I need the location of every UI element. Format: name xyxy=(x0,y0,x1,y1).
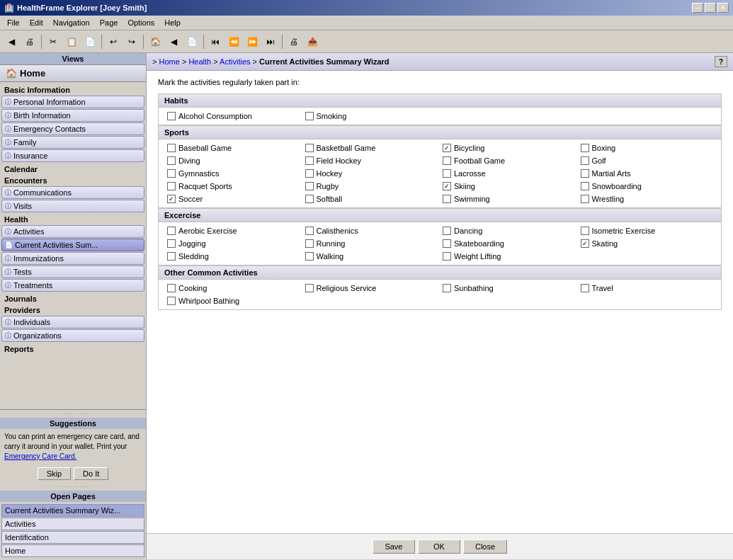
sidebar-item-personal-info[interactable]: ⓘ Personal Information xyxy=(1,96,144,108)
menu-options[interactable]: Options xyxy=(123,17,159,28)
checkbox-diving[interactable] xyxy=(167,156,176,165)
sidebar-item-individuals[interactable]: ⓘ Individuals xyxy=(1,316,144,328)
checkbox-skateboarding[interactable] xyxy=(443,239,451,248)
activity-travel: Travel xyxy=(578,282,716,294)
help-button[interactable]: ? xyxy=(715,56,727,67)
menu-file[interactable]: File xyxy=(3,17,24,28)
sidebar-item-immunizations[interactable]: ⓘ Immunizations xyxy=(1,252,144,265)
checkbox-skating[interactable] xyxy=(581,239,589,248)
checkbox-walking[interactable] xyxy=(305,252,314,261)
checkbox-lacrosse[interactable] xyxy=(443,169,451,178)
do-it-button[interactable]: Do It xyxy=(74,467,108,480)
breadcrumb-health[interactable]: Health xyxy=(188,57,211,66)
toolbar-next[interactable]: ⏩ xyxy=(244,33,261,50)
checkbox-wrestling[interactable] xyxy=(581,195,589,203)
checkbox-cooking[interactable] xyxy=(167,284,176,292)
checkbox-jogging[interactable] xyxy=(167,239,176,248)
label-snowboarding: Snowboarding xyxy=(592,182,642,190)
toolbar-first[interactable]: ⏮ xyxy=(207,33,224,50)
sidebar-item-organizations[interactable]: ⓘ Organizations xyxy=(1,329,144,342)
save-button[interactable]: Save xyxy=(373,539,415,554)
sidebar-item-communications[interactable]: ⓘ Communications xyxy=(1,186,144,199)
checkbox-golf[interactable] xyxy=(581,156,589,165)
home-header[interactable]: 🏠 Home xyxy=(0,65,146,82)
toolbar-page[interactable]: 📄 xyxy=(183,33,200,50)
checkbox-aerobic[interactable] xyxy=(167,227,176,235)
checkbox-rugby[interactable] xyxy=(305,182,314,190)
toolbar-cut[interactable]: ✂ xyxy=(45,33,62,50)
checkbox-alcohol[interactable] xyxy=(167,112,176,120)
sidebar-item-family[interactable]: ⓘ Family xyxy=(1,136,144,149)
checkbox-travel[interactable] xyxy=(581,284,589,292)
checkbox-sledding[interactable] xyxy=(167,252,176,261)
sidebar-item-insurance[interactable]: ⓘ Insurance xyxy=(1,149,144,162)
activity-fieldhockey: Field Hockey xyxy=(302,155,441,166)
toolbar-copy[interactable]: 📋 xyxy=(63,33,80,50)
sidebar-item-tests[interactable]: ⓘ Tests xyxy=(1,265,144,278)
toolbar-export[interactable]: 📤 xyxy=(304,33,321,50)
sidebar-item-treatments[interactable]: ⓘ Treatments xyxy=(1,279,144,292)
toolbar-undo[interactable]: ↩ xyxy=(105,33,122,50)
open-page-activities[interactable]: Activities xyxy=(1,518,144,530)
toolbar-redo[interactable]: ↪ xyxy=(123,33,140,50)
ok-button[interactable]: OK xyxy=(418,539,460,554)
checkbox-weightlifting[interactable] xyxy=(443,252,451,261)
open-page-current-activities[interactable]: Current Activities Summary Wiz... xyxy=(1,504,144,517)
checkbox-dancing[interactable] xyxy=(443,227,451,235)
checkbox-football[interactable] xyxy=(443,156,451,165)
toolbar-prev[interactable]: ⏪ xyxy=(225,33,242,50)
checkbox-whirlpool[interactable] xyxy=(167,297,176,305)
toolbar-print2[interactable]: 🖨 xyxy=(285,33,302,50)
toolbar-print[interactable]: 🖨 xyxy=(21,33,38,50)
sidebar-item-emergency[interactable]: ⓘ Emergency Contacts xyxy=(1,122,144,135)
checkbox-religious[interactable] xyxy=(305,284,314,292)
checkbox-fieldhockey[interactable] xyxy=(305,156,314,165)
toolbar-home[interactable]: 🏠 xyxy=(147,33,164,50)
open-page-identification[interactable]: Identification xyxy=(1,531,144,544)
activity-isometric: Isometric Exercise xyxy=(578,225,716,236)
checkbox-smoking[interactable] xyxy=(305,112,314,120)
checkbox-racquet[interactable] xyxy=(167,182,176,190)
label-alcohol: Alcohol Consumption xyxy=(178,112,252,120)
skip-button[interactable]: Skip xyxy=(38,467,71,480)
toolbar-paste[interactable]: 📄 xyxy=(81,33,98,50)
sidebar-item-current-activities[interactable]: 📄 Current Activities Sum... xyxy=(1,239,144,251)
checkbox-isometric[interactable] xyxy=(581,227,589,235)
sidebar-item-birth-info[interactable]: ⓘ Birth Information xyxy=(1,109,144,122)
emergency-card-link[interactable]: Emergency Care Card. xyxy=(4,452,76,460)
checkbox-martialarts[interactable] xyxy=(581,169,589,178)
close-button[interactable]: Close xyxy=(463,539,507,554)
checkbox-skiing[interactable] xyxy=(443,182,451,190)
checkbox-bicycling[interactable] xyxy=(443,144,451,152)
menu-edit[interactable]: Edit xyxy=(25,17,47,28)
checkbox-swimming[interactable] xyxy=(443,195,451,203)
toolbar-separator-4 xyxy=(203,35,204,49)
breadcrumb-home[interactable]: Home xyxy=(159,57,179,66)
checkbox-soccer[interactable] xyxy=(167,195,176,203)
toolbar-last[interactable]: ⏭ xyxy=(262,33,279,50)
label-travel: Travel xyxy=(592,284,613,292)
content-main: Mark the activities regularly taken part… xyxy=(147,71,733,533)
checkbox-softball[interactable] xyxy=(305,195,314,203)
minimize-button[interactable]: ─ xyxy=(692,3,703,13)
sidebar-item-activities[interactable]: ⓘ Activities xyxy=(1,225,144,238)
menu-page[interactable]: Page xyxy=(96,17,123,28)
menu-navigation[interactable]: Navigation xyxy=(49,17,94,28)
checkbox-hockey[interactable] xyxy=(305,169,314,178)
checkbox-baseball[interactable] xyxy=(167,144,176,152)
checkbox-running[interactable] xyxy=(305,239,314,248)
toolbar-nav-back[interactable]: ◀ xyxy=(165,33,182,50)
checkbox-basketball[interactable] xyxy=(305,144,314,152)
close-button-titlebar[interactable]: ✕ xyxy=(717,3,729,13)
toolbar-back[interactable]: ◀ xyxy=(3,33,20,50)
maximize-button[interactable]: □ xyxy=(705,3,716,13)
checkbox-calisthenics[interactable] xyxy=(305,227,314,235)
open-page-home[interactable]: Home xyxy=(1,544,144,557)
checkbox-gymnastics[interactable] xyxy=(167,169,176,178)
checkbox-boxing[interactable] xyxy=(581,144,589,152)
checkbox-snowboarding[interactable] xyxy=(581,182,589,190)
checkbox-sunbathing[interactable] xyxy=(443,284,451,292)
sidebar-item-visits[interactable]: ⓘ Visits xyxy=(1,200,144,212)
menu-help[interactable]: Help xyxy=(160,17,185,28)
breadcrumb-activities[interactable]: Activities xyxy=(220,57,250,66)
